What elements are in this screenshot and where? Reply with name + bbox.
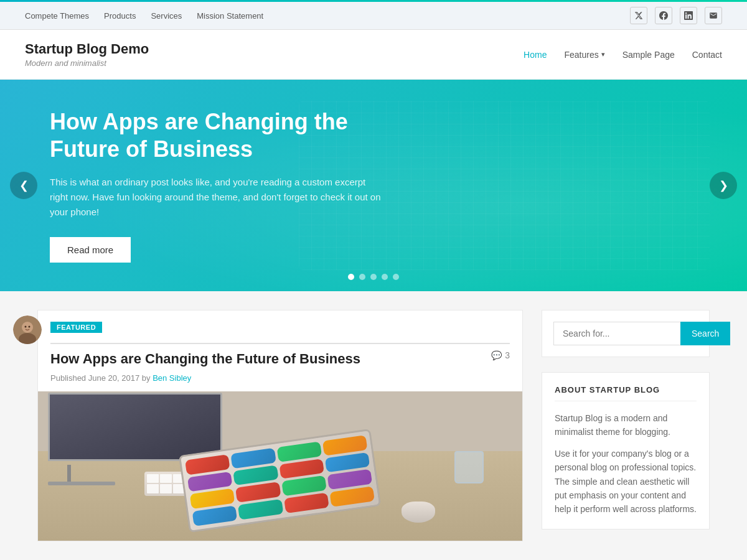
site-header: Startup Blog Demo Modern and minimalist … [0, 30, 747, 80]
slider-prev-button[interactable]: ❮ [10, 172, 37, 199]
app-icon [238, 499, 284, 520]
article-title-row: How Apps are Changing the Future of Busi… [50, 350, 510, 368]
article-card: FEATURED How Apps are Changing the Futur… [37, 310, 523, 541]
comment-icon: 💬 [491, 350, 502, 360]
monitor-stand [67, 465, 71, 483]
about-widget-title: ABOUT STARTUP BLOG [555, 385, 697, 401]
mouse [402, 502, 435, 523]
search-button[interactable]: Search [680, 322, 730, 345]
app-icon [284, 493, 329, 513]
top-bar-nav: Compete Themes Products Services Mission… [25, 11, 263, 21]
svg-point-3 [25, 326, 27, 328]
main-nav: Home Features ▾ Sample Page Contact [524, 50, 722, 60]
publish-date: June 20, 2017 [88, 373, 139, 383]
featured-badge-row: FEATURED [50, 322, 510, 344]
site-branding: Startup Blog Demo Modern and minimalist [25, 41, 149, 68]
chevron-down-icon: ▾ [601, 50, 605, 58]
comment-count[interactable]: 💬 3 [491, 350, 510, 360]
topbar-link-services[interactable]: Services [151, 11, 182, 21]
top-bar: Compete Themes Products Services Mission… [0, 2, 747, 30]
slider-dots [348, 274, 399, 280]
avatar-svg [13, 315, 42, 344]
app-icon [192, 506, 238, 526]
search-widget: Search [542, 310, 710, 357]
topbar-link-mission[interactable]: Mission Statement [197, 11, 263, 21]
facebook-icon[interactable] [655, 7, 672, 24]
article-header: FEATURED How Apps are Changing the Futur… [38, 310, 522, 383]
comment-number: 3 [505, 350, 510, 360]
featured-badge: FEATURED [50, 322, 102, 333]
featured-row: FEATURED [50, 310, 510, 344]
article-image [38, 391, 522, 541]
nav-home[interactable]: Home [524, 50, 547, 60]
nav-features[interactable]: Features ▾ [564, 50, 604, 60]
glass [454, 451, 484, 484]
app-icon [330, 487, 375, 507]
nav-contact[interactable]: Contact [692, 50, 722, 60]
main-column: FEATURED How Apps are Changing the Futur… [37, 310, 523, 544]
author-avatar [13, 315, 42, 344]
monitor-foot [48, 482, 116, 485]
author-link[interactable]: Ben Sibley [153, 373, 191, 383]
nav-sample-page[interactable]: Sample Page [622, 50, 675, 60]
hero-slider: ❮ How Apps are Changing the Future of Bu… [0, 80, 747, 291]
about-text-1: Startup Blog is a modern and minimalist … [555, 411, 697, 439]
topbar-link-products[interactable]: Products [104, 11, 136, 21]
topbar-link-compete-themes[interactable]: Compete Themes [25, 11, 89, 21]
monitor-screen [48, 393, 222, 461]
hero-read-more-button[interactable]: Read more [50, 237, 131, 263]
social-links [630, 7, 722, 24]
svg-point-4 [29, 326, 31, 328]
site-tagline: Modern and minimalist [25, 58, 149, 68]
slider-dot-2[interactable] [359, 274, 365, 280]
slider-dot-1[interactable] [348, 274, 354, 280]
hero-excerpt: This is what an ordinary post looks like… [50, 175, 386, 220]
search-input[interactable] [553, 322, 680, 345]
search-form: Search [553, 322, 698, 345]
slider-dot-4[interactable] [382, 274, 388, 280]
article-byline: Published June 20, 2017 by Ben Sibley [50, 373, 510, 383]
linkedin-icon[interactable] [680, 7, 697, 24]
page-body: FEATURED How Apps are Changing the Futur… [25, 310, 722, 544]
svg-point-1 [22, 322, 33, 333]
sidebar: Search ABOUT STARTUP BLOG Startup Blog i… [542, 310, 710, 544]
slider-next-button[interactable]: ❯ [710, 172, 737, 199]
badge-line-row: FEATURED [50, 322, 510, 344]
article-title: How Apps are Changing the Future of Busi… [50, 350, 481, 368]
site-title[interactable]: Startup Blog Demo [25, 41, 149, 57]
desk-scene [38, 391, 522, 541]
twitter-icon[interactable] [630, 7, 647, 24]
slider-dot-3[interactable] [370, 274, 377, 280]
about-widget: ABOUT STARTUP BLOG Startup Blog is a mod… [542, 372, 710, 530]
slider-dot-5[interactable] [393, 274, 399, 280]
email-icon[interactable] [705, 7, 722, 24]
hero-content: How Apps are Changing the Future of Busi… [0, 108, 436, 262]
about-text-2: Use it for your company's blog or a pers… [555, 447, 697, 516]
hero-title: How Apps are Changing the Future of Busi… [50, 108, 386, 162]
